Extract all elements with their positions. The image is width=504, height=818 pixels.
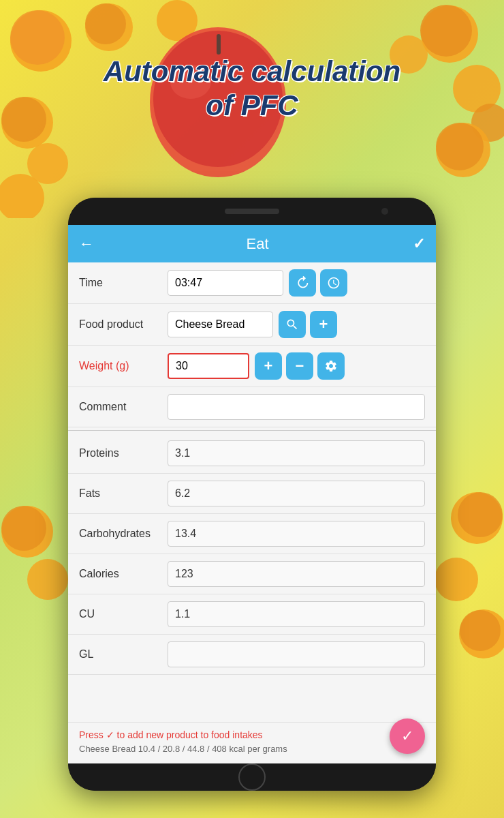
fats-row: Fats 6.2 (68, 474, 436, 514)
svg-point-25 (435, 558, 478, 601)
time-label: Time (79, 277, 168, 289)
phone-speaker (225, 209, 279, 214)
fab-confirm-button[interactable]: ✓ (390, 718, 425, 754)
weight-row: Weight (g) + − (68, 346, 436, 387)
svg-point-27 (460, 610, 501, 651)
carbohydrates-label: Carbohydrates (79, 528, 168, 540)
app-header: ← Eat ✓ (68, 225, 436, 262)
food-product-input[interactable] (168, 312, 273, 337)
calories-row: Calories 123 (68, 554, 436, 594)
svg-point-18 (436, 123, 484, 170)
weight-buttons: + − (255, 352, 345, 380)
svg-point-22 (27, 559, 68, 600)
title-area: Automatic calculation of PFC (0, 55, 504, 123)
header-title: Eat (102, 235, 413, 253)
cu-row: CU 1.1 (68, 594, 436, 635)
svg-point-6 (420, 5, 472, 57)
cu-label: CU (79, 608, 168, 620)
title-line1: Automatic calculation (0, 55, 504, 89)
time-buttons (289, 269, 347, 297)
fats-value: 6.2 (168, 481, 425, 506)
carbohydrates-row: Carbohydrates 13.4 (68, 514, 436, 554)
weight-label: Weight (g) (79, 360, 168, 372)
weight-input[interactable] (168, 353, 249, 379)
proteins-label: Proteins (79, 447, 168, 459)
food-product-buttons: + (279, 311, 337, 338)
search-food-button[interactable] (279, 311, 306, 338)
bottom-info: Cheese Bread 10.4 / 20.8 / 44.8 / 408 kc… (79, 743, 425, 755)
fats-label: Fats (79, 487, 168, 500)
food-product-row: Food product + (68, 304, 436, 346)
title-line2: of PFC (0, 89, 504, 123)
add-food-button[interactable]: + (310, 311, 337, 338)
comment-row: Comment (68, 387, 436, 427)
svg-point-24 (458, 492, 503, 537)
bottom-hint: Press ✓ to add new product to food intak… (79, 729, 425, 740)
weight-settings-button[interactable] (317, 352, 345, 380)
home-button[interactable] (238, 763, 266, 791)
time-input[interactable] (168, 270, 283, 296)
phone-screen: ← Eat ✓ Time (68, 225, 436, 763)
bottom-bar: Press ✓ to add new product to food intak… (68, 722, 436, 763)
back-button[interactable]: ← (79, 235, 94, 253)
weight-plus-button[interactable]: + (255, 352, 282, 380)
carbohydrates-value: 13.4 (168, 521, 425, 547)
cu-value: 1.1 (168, 601, 425, 627)
svg-rect-13 (217, 34, 221, 55)
separator (68, 430, 436, 431)
gl-row: GL (68, 635, 436, 675)
proteins-value: 3.1 (168, 440, 425, 466)
calories-value: 123 (168, 561, 425, 587)
weight-minus-button[interactable]: − (286, 352, 313, 380)
proteins-row: Proteins 3.1 (68, 434, 436, 474)
phone-device: ← Eat ✓ Time (68, 198, 436, 791)
gl-value (168, 641, 425, 667)
food-product-label: Food product (79, 318, 168, 331)
time-history-button[interactable] (289, 269, 316, 297)
svg-point-21 (1, 506, 46, 551)
time-clock-button[interactable] (320, 269, 347, 297)
form-area: Time Food product (68, 262, 436, 675)
gl-label: GL (79, 648, 168, 661)
comment-label: Comment (79, 401, 168, 413)
comment-input[interactable] (168, 394, 425, 420)
svg-point-3 (85, 3, 126, 44)
confirm-button[interactable]: ✓ (413, 235, 425, 253)
phone-bottom (68, 763, 436, 791)
phone-top (68, 198, 436, 225)
phone-camera (381, 208, 388, 215)
time-row: Time (68, 262, 436, 304)
calories-label: Calories (79, 568, 168, 580)
